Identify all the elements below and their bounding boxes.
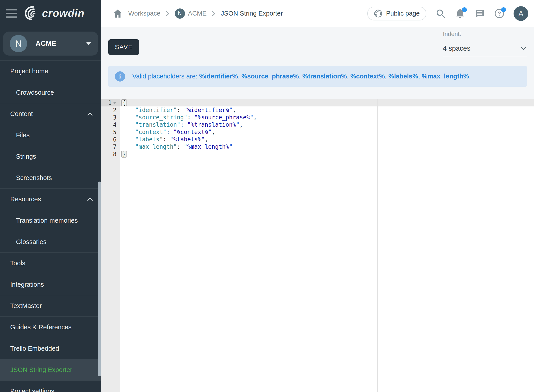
page-content: SAVE Indent: 4 spaces i Valid placeholde… — [101, 27, 534, 392]
sidebar-item-label: Project home — [10, 68, 48, 75]
code-line-4[interactable]: "translation": "%translation%", — [121, 121, 534, 128]
indent-control: Indent: 4 spaces — [443, 31, 527, 57]
line-number: 8 — [101, 150, 120, 158]
sidebar-item-glossaries[interactable]: Glossaries — [0, 231, 101, 252]
sidebar-item-textmaster[interactable]: TextMaster — [0, 295, 101, 317]
fold-toggle-icon[interactable] — [113, 102, 117, 104]
placeholder-token: %max_length% — [422, 73, 469, 80]
sidebar-item-project-home[interactable]: Project home — [0, 61, 101, 82]
code-line-1[interactable]: { — [121, 99, 534, 107]
public-page-label: Public page — [386, 10, 420, 17]
sidebar-item-project-settings[interactable]: Project settings — [0, 380, 101, 392]
chevron-right-icon — [212, 11, 215, 16]
code-line-2[interactable]: "identifier": "%identifier%", — [121, 107, 534, 114]
sidebar-item-screenshots[interactable]: Screenshots — [0, 167, 101, 188]
search-icon — [436, 9, 445, 18]
top-bar-actions: Public page — [367, 6, 528, 21]
sidebar-item-content[interactable]: Content — [0, 103, 101, 124]
line-number: 5 — [101, 128, 120, 136]
help-badge-dot — [501, 7, 506, 12]
chevron-up-icon — [87, 197, 93, 201]
sidebar-item-strings[interactable]: Strings — [0, 146, 101, 167]
project-switcher[interactable]: N ACME — [3, 32, 98, 56]
banner-placeholders: %identifier%, %source_phrase%, %translat… — [199, 73, 471, 80]
chevron-right-icon — [166, 11, 169, 16]
breadcrumb-current-page: JSON String Exporter — [221, 10, 283, 17]
placeholder-token: %translation% — [302, 73, 347, 80]
public-page-button[interactable]: Public page — [367, 7, 426, 20]
chevron-up-icon — [87, 112, 93, 116]
sidebar-scrollbar[interactable] — [98, 182, 101, 376]
sidebar-item-resources[interactable]: Resources — [0, 188, 101, 210]
crowdin-logo[interactable]: crowdin — [23, 5, 95, 22]
sidebar-item-label: Trello Embedded — [10, 345, 59, 352]
top-bar: Workspace N ACME JSON String Exporter Pu… — [101, 0, 534, 27]
crowdin-logo-icon — [23, 5, 40, 22]
line-number: 6 — [101, 136, 120, 143]
sidebar-menu: Project homeCrowdsourceContentFilesStrin… — [0, 61, 101, 392]
sidebar-item-trello-embedded[interactable]: Trello Embedded — [0, 338, 101, 359]
banner-prefix: Valid placeholders are: — [132, 73, 199, 80]
placeholder-token: %source_phrase% — [241, 73, 299, 80]
info-banner: i Valid placeholders are: %identifier%, … — [108, 66, 527, 87]
user-avatar[interactable]: A — [514, 6, 528, 21]
sidebar-item-tools[interactable]: Tools — [0, 252, 101, 274]
sidebar-item-label: Integrations — [10, 281, 44, 288]
breadcrumb-workspace[interactable]: Workspace — [128, 10, 160, 17]
banner-text: Valid placeholders are: %identifier%, %s… — [132, 73, 471, 80]
notifications-badge-dot — [462, 7, 467, 12]
sidebar-item-translation-memories[interactable]: Translation memories — [0, 210, 101, 231]
editor-lines: { "identifier": "%identifier%", "source_… — [120, 99, 534, 158]
sidebar-item-files[interactable]: Files — [0, 124, 101, 146]
help-button[interactable]: ? — [494, 8, 505, 19]
project-avatar: N — [10, 35, 27, 52]
indent-label: Indent: — [443, 31, 527, 37]
project-name: ACME — [36, 40, 56, 47]
globe-icon — [374, 9, 382, 18]
save-button[interactable]: SAVE — [108, 39, 139, 55]
code-editor[interactable]: 12345678 { "identifier": "%identifier%",… — [101, 99, 534, 392]
sidebar-item-label: TextMaster — [10, 302, 42, 310]
placeholder-token: %context% — [350, 73, 385, 80]
placeholder-token: %labels% — [388, 73, 418, 80]
home-icon[interactable] — [112, 8, 123, 19]
sidebar-item-guides-references[interactable]: Guides & References — [0, 317, 101, 338]
sidebar-item-label: Resources — [10, 196, 41, 203]
sidebar-item-crowdsource[interactable]: Crowdsource — [0, 82, 101, 103]
sidebar-item-label: Strings — [16, 153, 36, 160]
notifications-button[interactable] — [455, 8, 465, 19]
menu-toggle-button[interactable] — [6, 9, 17, 19]
chat-icon — [475, 9, 485, 18]
sidebar-item-label: Project settings — [10, 387, 54, 392]
indent-select[interactable]: 4 spaces — [443, 40, 527, 57]
sidebar-item-json-string-exporter[interactable]: JSON String Exporter — [0, 359, 101, 380]
placeholder-token: %identifier% — [199, 73, 238, 80]
line-number: 3 — [101, 114, 120, 121]
sidebar-item-label: Guides & References — [10, 324, 72, 331]
code-line-3[interactable]: "source_string": "%source_phrase%", — [121, 114, 534, 121]
editor-code-area[interactable]: { "identifier": "%identifier%", "source_… — [120, 99, 534, 392]
info-icon: i — [115, 71, 125, 82]
sidebar-item-integrations[interactable]: Integrations — [0, 274, 101, 295]
breadcrumb: Workspace N ACME JSON String Exporter — [112, 8, 283, 19]
messages-button[interactable] — [474, 8, 485, 19]
sidebar-item-label: Glossaries — [16, 238, 47, 246]
breadcrumb-project[interactable]: N ACME — [175, 9, 207, 19]
sidebar-item-label: Files — [16, 131, 30, 139]
code-line-8[interactable]: } — [121, 150, 534, 158]
sidebar-header: crowdin — [0, 0, 101, 27]
line-number: 7 — [101, 143, 120, 150]
project-badge: N — [175, 9, 185, 19]
sidebar-item-label: JSON String Exporter — [10, 366, 72, 373]
svg-text:?: ? — [497, 10, 501, 17]
chevron-down-icon — [86, 42, 91, 45]
search-button[interactable] — [435, 8, 446, 19]
code-line-6[interactable]: "labels": "%labels%", — [121, 136, 534, 143]
sidebar-item-label: Screenshots — [16, 174, 52, 182]
main-area: Workspace N ACME JSON String Exporter Pu… — [101, 0, 534, 392]
code-line-5[interactable]: "context": "%context%", — [121, 128, 534, 136]
sidebar-item-label: Translation memories — [16, 217, 78, 224]
breadcrumb-project-label: ACME — [188, 10, 207, 17]
code-line-7[interactable]: "max_length": "%max_length%" — [121, 143, 534, 150]
sidebar-item-label: Content — [10, 110, 33, 117]
